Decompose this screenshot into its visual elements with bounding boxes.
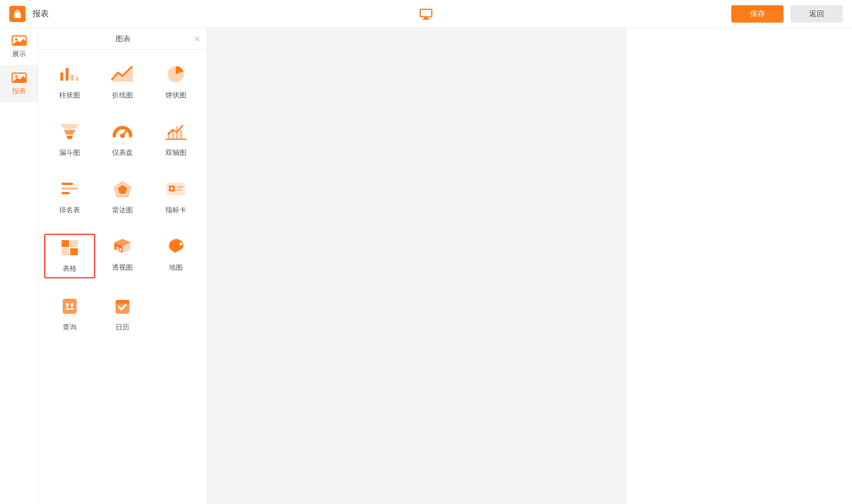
query-icon [57,296,82,317]
chart-type-label: 表格 [63,264,77,274]
chart-type-label: 日历 [115,322,129,332]
properties-panel [626,28,852,504]
bar-chart-icon [57,64,82,85]
chart-type-label: 排名表 [59,205,80,215]
gauge-chart-icon [110,121,135,142]
back-button[interactable]: 返回 [790,5,843,23]
radar-chart-icon [110,179,135,200]
chart-type-label: 饼状图 [165,90,186,100]
header-center [419,8,433,20]
chart-type-label: 雷达图 [112,205,133,215]
nav-item-display[interactable]: 展示 [0,28,38,65]
chart-type-label: 柱状图 [59,90,80,100]
main-area: 展示 报表 图表 × 柱状图折线图饼状图漏斗图仪表盘双轴图排名表雷达图指标卡表格… [0,28,852,504]
table-icon [57,237,82,258]
dual-axis-chart-icon [163,121,189,142]
chart-type-query[interactable]: 查询 [44,293,95,336]
chart-type-label: 折线图 [112,90,133,100]
picker-header: 图表 × [38,28,207,50]
chart-type-map-chart[interactable]: 地图 [150,234,201,278]
kpi-card-icon [163,179,189,200]
ranking-table-icon [57,179,82,200]
header-left: 报表 [9,6,49,22]
chart-type-pie-chart[interactable]: 饼状图 [150,61,201,104]
app-logo-icon [9,6,26,22]
preview-monitor-icon[interactable] [419,8,433,20]
header-right: 保存 返回 [731,5,843,23]
chart-type-pivot-chart[interactable]: 透视图 [98,234,149,278]
line-chart-icon [110,64,135,85]
chart-type-label: 仪表盘 [112,148,133,158]
chart-type-dual-axis-chart[interactable]: 双轴图 [150,119,201,161]
chart-picker-panel: 图表 × 柱状图折线图饼状图漏斗图仪表盘双轴图排名表雷达图指标卡表格透视图地图查… [38,28,208,504]
chart-type-label: 漏斗图 [59,148,80,158]
nav-item-label: 展示 [12,49,26,59]
funnel-chart-icon [57,121,82,142]
chart-type-label: 指标卡 [165,205,186,215]
left-nav: 展示 报表 [0,28,38,504]
map-chart-icon [163,236,189,257]
chart-type-label: 透视图 [112,263,133,273]
chart-type-funnel-chart[interactable]: 漏斗图 [44,119,95,161]
canvas-wrap [208,28,852,504]
save-button[interactable]: 保存 [731,5,784,23]
pie-chart-icon [163,64,189,85]
chart-type-calendar[interactable]: 日历 [98,293,149,336]
picker-body: 柱状图折线图饼状图漏斗图仪表盘双轴图排名表雷达图指标卡表格透视图地图查询日历 [38,50,207,504]
chart-type-radar-chart[interactable]: 雷达图 [98,176,149,219]
chart-type-bar-chart[interactable]: 柱状图 [44,61,95,104]
nav-item-report[interactable]: 报表 [0,65,38,102]
pivot-chart-icon [110,236,135,257]
chart-type-table[interactable]: 表格 [44,234,95,278]
nav-item-label: 报表 [12,86,26,96]
chart-type-ranking-table[interactable]: 排名表 [44,176,95,219]
close-icon[interactable]: × [194,34,200,44]
chart-type-kpi-card[interactable]: 指标卡 [150,176,201,219]
chart-type-line-chart[interactable]: 折线图 [98,61,149,104]
app-header: 报表 保存 返回 [0,0,852,28]
picker-title: 图表 [115,34,131,44]
app-title: 报表 [33,9,49,19]
calendar-icon [110,296,135,317]
report-canvas[interactable] [208,28,626,504]
chart-type-label: 查询 [63,322,77,332]
chart-type-gauge-chart[interactable]: 仪表盘 [98,119,149,161]
chart-type-label: 地图 [169,263,183,273]
chart-type-label: 双轴图 [165,148,186,158]
